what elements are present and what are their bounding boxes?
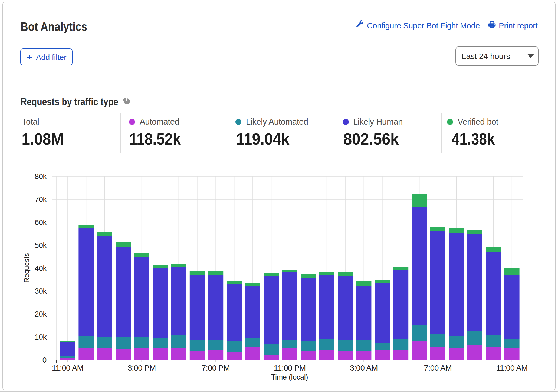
svg-text:11:00 AM: 11:00 AM [52,364,83,372]
svg-text:11:00 PM: 11:00 PM [274,364,306,372]
svg-text:80k: 80k [35,172,47,181]
svg-text:20k: 20k [35,310,47,318]
svg-text:30k: 30k [35,287,47,295]
svg-text:Requests: Requests [22,253,31,283]
svg-text:3:00 AM: 3:00 AM [350,364,378,372]
svg-text:50k: 50k [35,241,47,250]
svg-text:7:00 PM: 7:00 PM [202,364,230,372]
svg-text:70k: 70k [35,195,47,204]
svg-text:0: 0 [42,356,47,364]
svg-text:7:00 AM: 7:00 AM [424,364,452,372]
svg-text:Time (local): Time (local) [271,373,308,381]
svg-text:3:00 PM: 3:00 PM [127,364,156,372]
svg-text:11:00 AM: 11:00 AM [496,364,527,372]
svg-text:40k: 40k [35,264,47,273]
svg-text:60k: 60k [35,218,47,227]
svg-text:10k: 10k [35,333,47,341]
